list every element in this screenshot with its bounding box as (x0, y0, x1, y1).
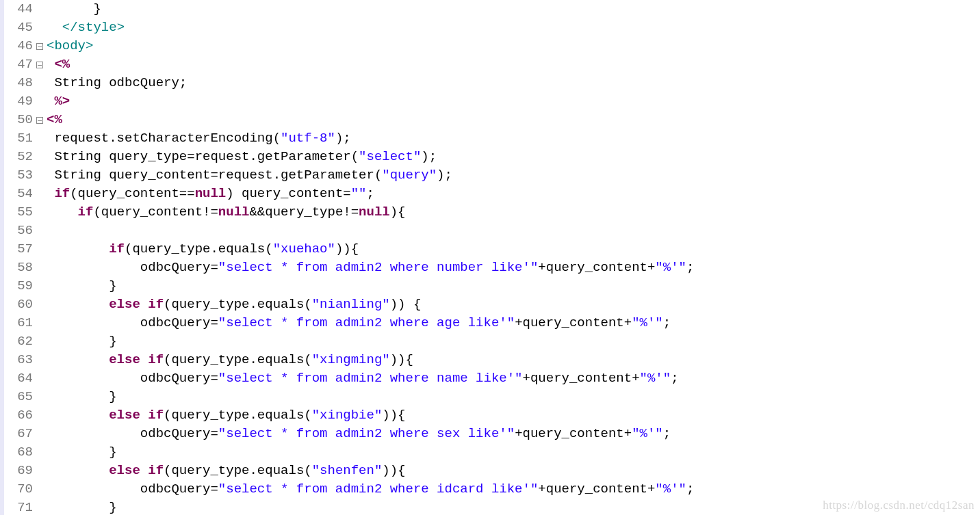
fold-spacer (34, 166, 45, 185)
line-number[interactable]: 71 (4, 499, 33, 515)
code-line[interactable]: if(query_content!=null&&query_type!=null… (47, 203, 980, 222)
code-line[interactable]: String odbcQuery; (47, 74, 980, 92)
fold-spacer (34, 148, 45, 166)
line-number[interactable]: 47 (4, 55, 33, 74)
line-number[interactable]: 58 (4, 259, 33, 277)
line-number[interactable]: 69 (4, 462, 33, 480)
code-line[interactable]: odbcQuery="select * from admin2 where id… (47, 480, 980, 499)
line-number[interactable]: 63 (4, 351, 33, 369)
fold-spacer (34, 222, 45, 240)
code-line[interactable]: %> (47, 92, 980, 111)
line-number[interactable]: 45 (4, 18, 33, 37)
line-number[interactable]: 55 (4, 203, 33, 222)
line-number[interactable]: 68 (4, 443, 33, 462)
code-line[interactable]: if(query_type.equals("xuehao")){ (47, 240, 980, 259)
fold-spacer (34, 480, 45, 499)
line-number[interactable]: 64 (4, 369, 33, 388)
code-line[interactable]: } (47, 0, 980, 18)
code-line[interactable]: else if(query_type.equals("xingbie")){ (47, 406, 980, 425)
line-number[interactable]: 67 (4, 425, 33, 443)
code-line[interactable]: <% (47, 111, 980, 129)
fold-spacer (34, 129, 45, 148)
line-number[interactable]: 48 (4, 74, 33, 92)
code-line[interactable]: </style> (47, 18, 980, 37)
code-line[interactable]: odbcQuery="select * from admin2 where nu… (47, 259, 980, 277)
line-number[interactable]: 52 (4, 148, 33, 166)
code-line[interactable]: <% (47, 55, 980, 74)
line-number[interactable]: 53 (4, 166, 33, 185)
code-line[interactable]: String query_type=request.getParameter("… (47, 148, 980, 166)
code-line[interactable]: else if(query_type.equals("xingming")){ (47, 351, 980, 369)
fold-spacer (34, 443, 45, 462)
fold-spacer (34, 332, 45, 351)
fold-spacer (34, 406, 45, 425)
code-editor[interactable]: 4445464748495051525354555657585960616263… (0, 0, 980, 515)
line-number[interactable]: 61 (4, 314, 33, 332)
fold-spacer (34, 0, 45, 18)
fold-spacer (34, 203, 45, 222)
fold-spacer (34, 74, 45, 92)
line-number[interactable]: 50 (4, 111, 33, 129)
line-number[interactable]: 70 (4, 480, 33, 499)
line-number[interactable]: 46 (4, 37, 33, 55)
line-number[interactable]: 66 (4, 406, 33, 425)
code-line[interactable]: } (47, 499, 980, 515)
fold-spacer (34, 240, 45, 259)
fold-toggle-icon[interactable] (34, 55, 45, 74)
line-number[interactable]: 44 (4, 0, 33, 18)
line-number[interactable]: 49 (4, 92, 33, 111)
line-number[interactable]: 62 (4, 332, 33, 351)
code-line[interactable]: <body> (47, 37, 980, 55)
code-line[interactable]: odbcQuery="select * from admin2 where se… (47, 425, 980, 443)
line-number[interactable]: 57 (4, 240, 33, 259)
code-line[interactable]: if(query_content==null) query_content=""… (47, 185, 980, 203)
code-line[interactable]: odbcQuery="select * from admin2 where ag… (47, 314, 980, 332)
fold-spacer (34, 92, 45, 111)
fold-spacer (34, 277, 45, 295)
code-area[interactable]: } </style><body> <% String odbcQuery; %>… (45, 0, 980, 515)
fold-spacer (34, 295, 45, 314)
fold-spacer (34, 351, 45, 369)
line-number[interactable]: 60 (4, 295, 33, 314)
line-number[interactable]: 54 (4, 185, 33, 203)
fold-spacer (34, 369, 45, 388)
fold-spacer (34, 185, 45, 203)
fold-spacer (34, 499, 45, 515)
fold-toggle-icon[interactable] (34, 37, 45, 55)
code-line[interactable]: } (47, 388, 980, 406)
line-number-gutter[interactable]: 4445464748495051525354555657585960616263… (4, 0, 34, 515)
line-number[interactable]: 56 (4, 222, 33, 240)
code-line[interactable]: else if(query_type.equals("nianling")) { (47, 295, 980, 314)
code-line[interactable]: String query_content=request.getParamete… (47, 166, 980, 185)
fold-spacer (34, 388, 45, 406)
line-number[interactable]: 51 (4, 129, 33, 148)
line-number[interactable]: 65 (4, 388, 33, 406)
code-line[interactable]: request.setCharacterEncoding("utf-8"); (47, 129, 980, 148)
fold-column[interactable] (34, 0, 45, 515)
code-line[interactable] (47, 222, 980, 240)
fold-spacer (34, 18, 45, 37)
code-line[interactable]: else if(query_type.equals("shenfen")){ (47, 462, 980, 480)
fold-spacer (34, 259, 45, 277)
fold-spacer (34, 314, 45, 332)
fold-spacer (34, 462, 45, 480)
code-line[interactable]: odbcQuery="select * from admin2 where na… (47, 369, 980, 388)
fold-spacer (34, 425, 45, 443)
fold-toggle-icon[interactable] (34, 111, 45, 129)
code-line[interactable]: } (47, 332, 980, 351)
code-line[interactable]: } (47, 443, 980, 462)
code-line[interactable]: } (47, 277, 980, 295)
line-number[interactable]: 59 (4, 277, 33, 295)
